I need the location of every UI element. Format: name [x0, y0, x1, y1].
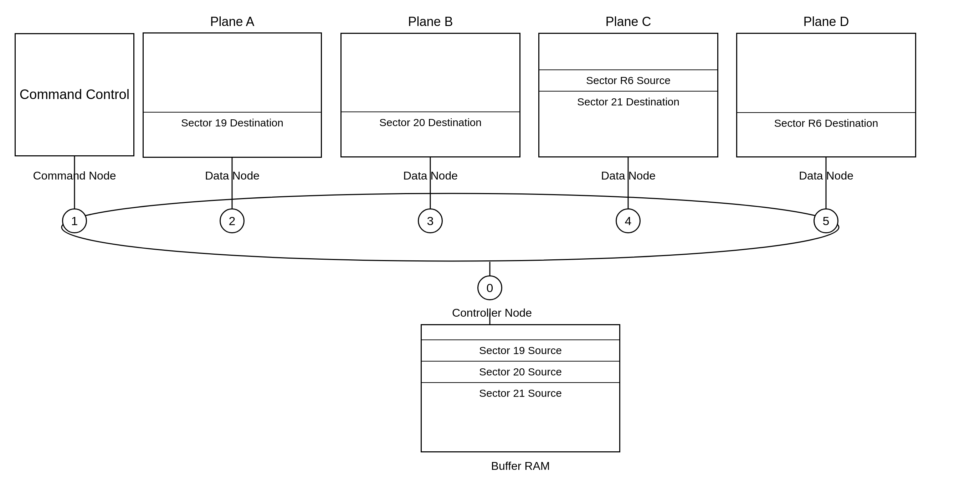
- plane-b-row-1: Sector 20 Destination: [342, 111, 519, 133]
- buffer-row-3: Sector 21 Source: [422, 382, 619, 404]
- buffer-ram-label: Buffer RAM: [421, 460, 620, 473]
- plane-c-box: Sector R6 Source Sector 21 Destination: [538, 33, 718, 157]
- plane-c-label: Plane C: [538, 14, 718, 29]
- command-control-label: Command Control: [20, 86, 129, 103]
- plane-a-row-1: Sector 19 Destination: [144, 112, 321, 133]
- circle-node-5: 5: [813, 208, 838, 233]
- data-node-label-4: Data Node: [538, 169, 718, 182]
- cmd-node-label: Command Node: [14, 169, 134, 182]
- circle-node-0: 0: [477, 275, 502, 300]
- circle-node-4: 4: [616, 208, 641, 233]
- plane-b-box: Sector 20 Destination: [340, 33, 520, 157]
- plane-a-label: Plane A: [143, 14, 322, 29]
- data-node-label-5: Data Node: [736, 169, 916, 182]
- data-node-label-3: Data Node: [340, 169, 520, 182]
- plane-c-row-2: Sector 21 Destination: [539, 91, 717, 112]
- plane-c-row-1: Sector R6 Source: [539, 70, 717, 91]
- command-control-box: Command Control: [14, 33, 134, 156]
- data-node-label-2: Data Node: [143, 169, 322, 182]
- circle-node-3: 3: [418, 208, 443, 233]
- svg-point-0: [62, 193, 839, 261]
- plane-b-label: Plane B: [340, 14, 520, 29]
- plane-d-row-1: Sector R6 Destination: [737, 112, 915, 133]
- plane-d-box: Sector R6 Destination: [736, 33, 916, 157]
- buffer-row-2: Sector 20 Source: [422, 361, 619, 382]
- circle-node-1: 1: [62, 208, 87, 233]
- buffer-row-1: Sector 19 Source: [422, 339, 619, 361]
- diagram: Plane A Plane B Plane C Plane D Command …: [0, 0, 980, 493]
- plane-d-label: Plane D: [736, 14, 916, 29]
- controller-node-label: Controller Node: [428, 306, 556, 320]
- plane-a-box: Sector 19 Destination: [143, 32, 322, 158]
- circle-node-2: 2: [220, 208, 245, 233]
- buffer-ram-box: Sector 19 Source Sector 20 Source Sector…: [421, 324, 620, 452]
